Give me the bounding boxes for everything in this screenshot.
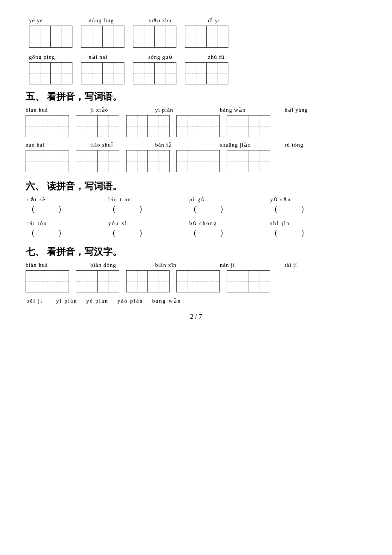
cell bbox=[103, 26, 124, 47]
s7-boxes-2 bbox=[76, 270, 119, 292]
cell bbox=[98, 116, 119, 137]
cell bbox=[127, 150, 148, 172]
writing-boxes-sòngguǒ bbox=[133, 62, 176, 84]
section-6-title: 六、 读拼音，写词语。 bbox=[26, 180, 366, 193]
writing-boxes-yéye bbox=[29, 26, 72, 48]
cell bbox=[155, 26, 176, 47]
s7-boxes-1 bbox=[26, 270, 69, 292]
s7-boxes-5 bbox=[227, 270, 270, 292]
pinyin-label-5: gōng píng bbox=[29, 54, 89, 61]
cell bbox=[47, 116, 69, 137]
cell bbox=[51, 26, 72, 47]
s7-boxes-3 bbox=[126, 270, 170, 292]
pinyin-label-2: mìng lìng bbox=[89, 17, 148, 24]
cell bbox=[127, 271, 148, 292]
cell bbox=[198, 150, 219, 172]
cell bbox=[76, 271, 98, 292]
s6-py-5: tái tóu bbox=[27, 220, 108, 227]
s5-boxes-6 bbox=[26, 150, 69, 172]
s5-py-9: shuāng jiǎo bbox=[220, 142, 285, 148]
cell bbox=[47, 271, 69, 292]
s6-blank-2[interactable]: （______） bbox=[108, 204, 189, 214]
pinyin-label-4: dì yī bbox=[208, 17, 276, 24]
cell bbox=[127, 116, 148, 137]
cell bbox=[76, 150, 98, 172]
cell bbox=[76, 116, 98, 137]
s6-py-2: lán tiān bbox=[108, 196, 189, 203]
s5-py-3: yí piàn bbox=[155, 107, 220, 113]
s6-py-4: yǔ sǎn bbox=[270, 196, 351, 203]
cell bbox=[51, 63, 72, 84]
section-7: 七、 看拼音，写汉字。 biàn huà biàn dòng biàn xīn … bbox=[26, 246, 366, 304]
cell bbox=[227, 116, 248, 137]
cell bbox=[81, 63, 103, 84]
s5-py-10: rú tóng bbox=[285, 142, 349, 148]
s5-py-1: biàn huà bbox=[26, 107, 90, 113]
s6-blank-4[interactable]: （______） bbox=[270, 204, 351, 214]
writing-boxes-zhùfú bbox=[185, 62, 228, 84]
s5-py-8: bàn fǎ bbox=[155, 142, 220, 148]
s5-boxes-10 bbox=[227, 150, 270, 172]
s6-blank-7[interactable]: （______） bbox=[189, 228, 270, 238]
section-5: 五、 看拼音，写词语。 biàn huà jí xiǎo yí piàn bàn… bbox=[26, 90, 366, 172]
section-7-title: 七、 看拼音，写汉字。 bbox=[26, 246, 366, 258]
s5-boxes-1 bbox=[26, 115, 69, 137]
s5-boxes-9 bbox=[176, 150, 220, 172]
cell bbox=[177, 271, 198, 292]
s5-py-5: hǎi yáng bbox=[285, 107, 349, 113]
s7-py-3: biàn xīn bbox=[155, 262, 220, 269]
cell bbox=[47, 150, 69, 172]
s6-blank-5[interactable]: （______） bbox=[27, 228, 108, 238]
cell bbox=[81, 26, 103, 47]
cell bbox=[198, 271, 219, 292]
pinyin-label-6: nǎi nai bbox=[89, 54, 148, 61]
s5-boxes-8 bbox=[126, 150, 170, 172]
s5-py-2: jí xiǎo bbox=[90, 107, 155, 113]
cell bbox=[133, 63, 155, 84]
cell bbox=[207, 63, 228, 84]
s6-blank-8[interactable]: （______） bbox=[270, 228, 351, 238]
cell bbox=[185, 26, 207, 47]
cell bbox=[227, 150, 248, 172]
cell bbox=[98, 150, 119, 172]
s7-boxes-4 bbox=[176, 270, 220, 292]
top-writing-section: yé ye mìng lìng xiǎo zhū dì yī gōng píng… bbox=[26, 17, 366, 84]
writing-boxes-nǎinai bbox=[81, 62, 124, 84]
section-6: 六、 读拼音，写词语。 cǎi sè lán tiān pì gǔ yǔ sǎn… bbox=[26, 180, 366, 238]
s6-blank-6[interactable]: （______） bbox=[108, 228, 189, 238]
s5-boxes-3 bbox=[126, 115, 170, 137]
page-number: 2 / 7 bbox=[26, 313, 366, 321]
s5-boxes-5 bbox=[227, 115, 270, 137]
s6-py-8: shǐ jìn bbox=[270, 220, 351, 227]
cell bbox=[148, 150, 169, 172]
cell bbox=[29, 26, 51, 47]
s7-py-5: tài jí bbox=[285, 262, 349, 269]
cell bbox=[26, 150, 47, 172]
s6-py-7: bǔ chōng bbox=[189, 220, 270, 227]
cell bbox=[148, 271, 169, 292]
s5-py-7: tiào shuǐ bbox=[90, 142, 155, 148]
pinyin-label-3: xiǎo zhū bbox=[148, 17, 208, 24]
s6-py-6: yóu xì bbox=[108, 220, 189, 227]
cell bbox=[207, 26, 228, 47]
s7-py-1: biàn huà bbox=[26, 262, 90, 269]
cell bbox=[26, 116, 47, 137]
cell bbox=[29, 63, 51, 84]
s5-boxes-7 bbox=[76, 150, 119, 172]
cell bbox=[148, 116, 169, 137]
s6-blank-1[interactable]: （______） bbox=[27, 204, 108, 214]
cell bbox=[26, 271, 47, 292]
s7-py-2: biàn dòng bbox=[90, 262, 155, 269]
cell bbox=[227, 271, 248, 292]
cell bbox=[103, 63, 124, 84]
cell bbox=[248, 150, 270, 172]
s6-py-1: cǎi sè bbox=[27, 196, 108, 203]
cell bbox=[133, 26, 155, 47]
s5-boxes-4 bbox=[176, 115, 220, 137]
s5-py-4: bàng wǎn bbox=[220, 107, 285, 113]
s6-py-3: pì gǔ bbox=[189, 196, 270, 203]
cell bbox=[177, 150, 198, 172]
cell bbox=[198, 116, 219, 137]
s6-blank-3[interactable]: （______） bbox=[189, 204, 270, 214]
cell bbox=[177, 116, 198, 137]
